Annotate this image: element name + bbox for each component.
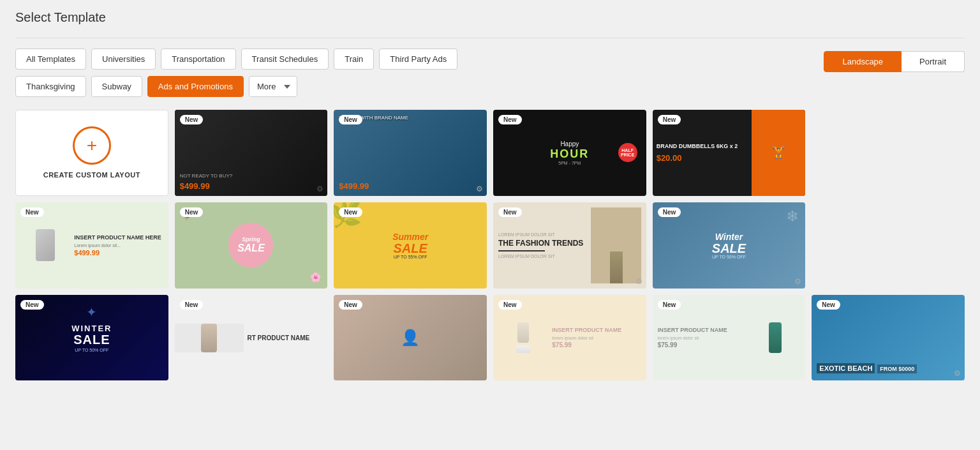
card1-price: $499.99 [180,181,323,191]
template-card-8[interactable]: New LOREM IPSUM DOLOR SIT THE FASHION TR… [493,202,646,289]
new-badge-1: New [180,115,204,124]
filter-train[interactable]: Train [334,49,374,70]
new-badge-13: New [498,300,522,310]
orientation-group: Landscape Portrait [824,51,965,72]
card5-price: $499.99 [74,249,163,257]
settings-icon-9: ⚙ [794,277,801,286]
filter-all[interactable]: All Templates [15,49,86,70]
template-card-9[interactable]: New Winter SALE UP TO 50% OFF ❄ ⚙ [653,202,806,289]
new-badge-3: New [498,115,522,124]
dumbbell-icon: 🏋 [771,146,785,160]
new-badge-2: New [339,115,362,124]
templates-row-1: + CREATE CUSTOM LAYOUT New NOT READY TO … [15,110,965,196]
teal-tube [769,322,782,353]
card4-accent: 🏋 [752,110,805,196]
half-price-badge: HALFPRICE [618,143,637,162]
product-bottle [36,229,55,261]
create-custom-card[interactable]: + CREATE CUSTOM LAYOUT [15,110,168,196]
product-bottle-13b [516,345,530,353]
new-badge-7: New [339,207,362,217]
new-badge-5: New [20,207,44,217]
card5-desc: INSERT PRODUCT NAME HERE [74,234,163,242]
card14-price: $75.99 [658,341,746,349]
filter-more-select[interactable]: More [249,76,297,97]
star-icon: ✦ [86,304,97,320]
filter-ads[interactable]: Ads and Promotions [147,76,244,97]
card15-desc: EXOTIC BEACH [817,363,875,373]
create-custom-label: CREATE CUSTOM LAYOUT [43,171,140,179]
card4-desc: BRAND DUMBBELLS 6KG x 2 [657,143,748,151]
template-card-14[interactable]: New INSERT PRODUCT NAME lorem ipsum dolo… [653,295,806,381]
templates-row-2: New INSERT PRODUCT NAME HERE Lorem ipsum… [15,202,965,289]
filter-transit[interactable]: Transit Schedules [241,49,329,70]
filter-third-party[interactable]: Third Party Ads [379,49,457,70]
template-card-7[interactable]: New 🌿 Summer SALE UP TO 55% OFF [334,202,487,289]
new-badge-15: New [817,300,840,310]
card13-price: $75.99 [552,341,641,349]
new-badge-11: New [180,300,204,310]
card2-price: $499.99 [339,181,482,191]
template-card-13[interactable]: New INSERT PRODUCT NAME lorem ipsum dolo… [493,295,646,381]
templates-area: + CREATE CUSTOM LAYOUT New NOT READY TO … [15,110,965,380]
template-card-4[interactable]: New BRAND DUMBBELLS 6KG x 2 $20.00 🏋 [653,110,806,196]
settings-icon-8: ⚙ [635,277,642,286]
filter-thanksgiving[interactable]: Thanksgiving [15,76,86,97]
person-icon: 👤 [401,329,420,347]
settings-icon-1: ⚙ [316,184,323,193]
template-card-15[interactable]: New EXOTIC BEACH FROM $0000 ⚙ [812,295,965,381]
page-title: Select Template [15,10,965,25]
portrait-btn[interactable]: Portrait [902,51,965,72]
new-badge-14: New [658,300,681,310]
landscape-btn[interactable]: Landscape [824,51,902,72]
card15-price: FROM $0000 [877,364,917,373]
page-container: Select Template All Templates Universiti… [0,0,980,391]
template-card-11[interactable]: New RT PRODUCT NAME [175,295,328,381]
card11-desc: RT PRODUCT NAME [248,334,324,342]
new-badge-10: New [20,300,44,310]
card14-desc: INSERT PRODUCT NAME [658,327,746,334]
template-card-1[interactable]: New NOT READY TO BUY? $499.99 ⚙ [175,110,328,196]
settings-icon-2: ⚙ [476,184,483,193]
divider [15,38,965,38]
filter-row-2: Thanksgiving Subway Ads and Promotions M… [15,76,824,97]
plus-icon: + [73,126,111,165]
template-card-12[interactable]: New 👤 [334,295,487,381]
new-badge-8: New [498,207,522,217]
filter-subway[interactable]: Subway [91,76,142,97]
flower-icon: 🌸 [310,272,321,282]
templates-row-3: New WINTER SALE UP TO 50% OFF ✦ New RT P… [15,295,965,381]
card1-desc: NOT READY TO BUY? [180,173,323,179]
new-badge-6: New [180,207,204,217]
template-card-5[interactable]: New INSERT PRODUCT NAME HERE Lorem ipsum… [15,202,168,289]
product-bottle-11 [201,324,217,352]
template-card-10[interactable]: New WINTER SALE UP TO 50% OFF ✦ [15,295,168,381]
filter-universities[interactable]: Universities [91,49,156,70]
product-bottle-13a [517,322,529,343]
template-card-3[interactable]: New Happy HOUR 5PM - 7PM HALFPRICE [493,110,646,196]
template-card-2[interactable]: New T A CAR WITH BRAND NAME $499.99 ⚙ [334,110,487,196]
card8-desc: THE FASHION TRENDS [498,239,591,248]
filter-transportation[interactable]: Transportation [161,49,235,70]
card4-price: $20.00 [657,153,748,163]
new-badge-9: New [658,207,681,217]
snowflake-icon-9: ❄ [786,207,799,225]
card13-desc: INSERT PRODUCT NAME [552,327,641,334]
filter-row-1: All Templates Universities Transportatio… [15,49,824,70]
new-badge-12: New [339,300,362,310]
fashion-image [591,207,641,283]
template-card-6[interactable]: New Spring SALE 🐦 🌸 [175,202,328,289]
